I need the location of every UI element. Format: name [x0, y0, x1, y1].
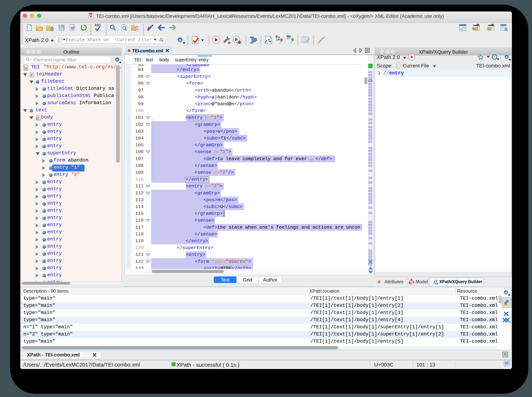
svg-text:TEI: TEI — [25, 68, 27, 69]
svg-text:XML: XML — [89, 14, 92, 15]
svg-text:ABC: ABC — [95, 23, 101, 27]
svg-text:XQ: XQ — [488, 28, 491, 30]
svg-text:XSLT: XSLT — [473, 28, 478, 30]
